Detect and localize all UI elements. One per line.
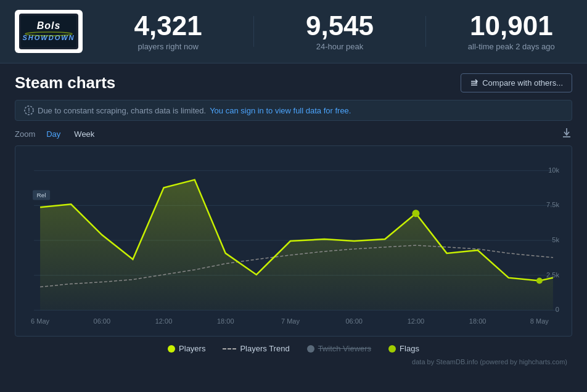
scraping-notice: ! Due to constant scraping, charts data …	[15, 100, 572, 121]
game-logo-inner: Bols SHOWDOWN	[19, 14, 78, 49]
svg-text:!: !	[28, 107, 30, 114]
peak-24h-value: 9,545	[306, 12, 374, 39]
svg-point-33	[412, 210, 419, 217]
players-legend-dot	[168, 345, 175, 353]
zoom-bar: Zoom Day Week	[15, 127, 572, 141]
compare-icon	[470, 79, 478, 88]
peak-24h-label: 24-hour peak	[316, 42, 364, 51]
players-trend-legend-label: Players Trend	[240, 344, 289, 353]
svg-text:0: 0	[556, 306, 559, 313]
chart-svg: 10k 7.5k 5k 2.5k 0 6 May 06:00 12:00 18:…	[15, 146, 572, 336]
divider-1	[253, 16, 254, 47]
players-trend-legend-dash	[223, 348, 236, 349]
legend-flags: Flags	[388, 344, 419, 353]
svg-text:2.5k: 2.5k	[546, 271, 559, 279]
svg-text:7 May: 7 May	[281, 317, 300, 325]
players-legend-label: Players	[179, 344, 205, 353]
svg-text:18:00: 18:00	[217, 317, 234, 325]
svg-text:18:00: 18:00	[469, 317, 486, 325]
players-now-label: players right now	[138, 42, 199, 51]
alltime-peak-block: 10,901 all-time peak 2 days ago	[451, 12, 572, 51]
legend: Players Players Trend Twitch Viewers Fla…	[15, 337, 572, 356]
flags-legend-dot	[388, 345, 396, 353]
header: Bols SHOWDOWN 4,321 players right now 9,…	[0, 0, 587, 63]
legend-twitch-viewers: Twitch Viewers	[307, 344, 371, 353]
players-now-value: 4,321	[134, 12, 202, 39]
flags-legend-label: Flags	[400, 344, 419, 353]
alltime-peak-value: 10,901	[470, 12, 553, 39]
download-icon[interactable]	[561, 127, 572, 141]
svg-text:06:00: 06:00	[345, 317, 363, 325]
svg-text:8 May: 8 May	[530, 317, 549, 325]
legend-players: Players	[168, 344, 205, 353]
players-now-block: 4,321 players right now	[107, 12, 229, 51]
charts-section: Steam charts Compare with others... ! Du…	[0, 63, 587, 367]
svg-text:10k: 10k	[548, 166, 559, 174]
scraping-text: Due to constant scraping, charts data is…	[38, 106, 206, 115]
peak-24h-block: 9,545 24-hour peak	[279, 12, 400, 51]
sign-in-link[interactable]: You can sign in to view full data for fr…	[210, 106, 351, 115]
compare-button[interactable]: Compare with others...	[461, 73, 572, 92]
charts-header: Steam charts Compare with others...	[15, 73, 572, 92]
svg-marker-30	[40, 180, 553, 311]
svg-text:5k: 5k	[552, 236, 559, 243]
svg-text:06:00: 06:00	[94, 317, 111, 325]
twitch-legend-dot	[307, 345, 314, 353]
svg-text:7.5k: 7.5k	[546, 201, 559, 208]
zoom-day-button[interactable]: Day	[44, 128, 63, 140]
divider-2	[425, 16, 426, 47]
charts-title: Steam charts	[15, 73, 115, 92]
svg-point-34	[536, 278, 543, 284]
svg-text:12:00: 12:00	[408, 317, 425, 325]
legend-players-trend: Players Trend	[223, 344, 289, 353]
svg-text:Rel: Rel	[37, 192, 46, 198]
svg-text:Bols: Bols	[37, 20, 61, 31]
zoom-week-button[interactable]: Week	[72, 128, 97, 140]
game-logo: Bols SHOWDOWN	[15, 10, 83, 53]
alltime-peak-label: all-time peak 2 days ago	[468, 42, 555, 51]
data-attribution: data by SteamDB.info (powered by highcha…	[15, 356, 572, 367]
chart-container: 10k 7.5k 5k 2.5k 0 6 May 06:00 12:00 18:…	[15, 145, 572, 337]
svg-text:12:00: 12:00	[155, 317, 173, 325]
warning-icon: !	[24, 105, 34, 115]
twitch-legend-label: Twitch Viewers	[318, 344, 371, 353]
compare-button-label: Compare with others...	[482, 78, 563, 88]
svg-text:6 May: 6 May	[31, 317, 50, 325]
zoom-label: Zoom	[15, 129, 35, 139]
